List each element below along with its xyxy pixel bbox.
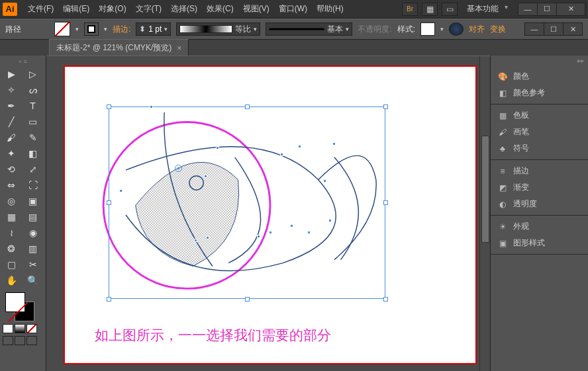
blob-brush-tool[interactable]: ✦ [1,145,21,161]
close-button[interactable]: ✕ [556,3,585,16]
magic-wand-tool[interactable]: ✧ [1,82,21,98]
handle-n[interactable] [245,104,250,109]
anchor-point[interactable] [298,145,301,148]
document-tab[interactable]: 未标题-2* @ 121% (CMYK/预览) × [49,39,189,56]
gradient-mode-button[interactable] [15,324,25,333]
vertical-scrollbar[interactable] [479,56,490,371]
gradient-tool[interactable]: ▤ [23,209,43,225]
handle-ne[interactable] [383,104,388,109]
anchor-point[interactable] [307,231,311,234]
handle-sw[interactable] [107,297,111,302]
handle-se[interactable] [383,297,388,302]
selection-tool[interactable]: ▶ [1,66,21,82]
rectangle-tool[interactable]: ▭ [23,114,43,130]
pencil-tool[interactable]: ✎ [23,130,43,145]
line-tool[interactable]: ╱ [1,114,21,130]
none-mode-button[interactable] [26,324,37,333]
scale-tool[interactable]: ⤢ [23,161,43,177]
menu-select[interactable]: 选择(S) [167,1,201,17]
fill-swatch[interactable] [54,22,70,36]
panel-tab-transparency[interactable]: ◐透明度 [491,196,588,212]
perspective-tool[interactable]: ▣ [23,193,43,209]
panel-tab-symbols[interactable]: ♣符号 [491,140,588,157]
lasso-tool[interactable]: ᔕ [23,82,43,98]
panel-grip-icon[interactable]: « ≡ [1,58,44,66]
arrange-docs-button[interactable]: ▦ [422,3,438,16]
menu-view[interactable]: 视图(V) [239,1,273,17]
anchor-point[interactable] [332,142,336,145]
width-tool[interactable]: ⇔ [1,177,21,193]
panel-tab-swatches[interactable]: ▦色板 [491,107,588,124]
shape-builder-tool[interactable]: ◎ [1,193,21,209]
opacity-label[interactable]: 不透明度: [358,24,391,35]
anchor-point[interactable] [150,105,153,108]
handle-s[interactable] [245,297,250,302]
menu-effect[interactable]: 效果(C) [203,1,238,17]
handle-w[interactable] [107,200,111,205]
menu-file[interactable]: 文件(F) [24,1,58,17]
graphic-style-thumb[interactable] [420,22,435,36]
minimize-button[interactable]: — [518,3,538,16]
screen-mode-button[interactable]: ▭ [442,3,458,16]
anchor-point[interactable] [323,179,326,183]
panel-tab-brushes[interactable]: 🖌画笔 [491,124,588,140]
variable-width-profile[interactable]: 等比▾ [176,22,260,36]
type-tool[interactable]: T [23,98,43,114]
stroke-dropdown-icon[interactable]: ▾ [104,26,107,32]
bridge-button[interactable]: Br [402,3,418,16]
tab-close-icon[interactable]: × [177,44,181,53]
doc-minimize-button[interactable]: — [524,22,544,36]
panel-tab-stroke[interactable]: ≡描边 [491,163,588,179]
eraser-tool[interactable]: ◧ [23,145,43,161]
anchor-point[interactable] [206,236,209,239]
dock-collapse-icon[interactable]: ▸▸ [491,56,588,65]
stroke-label[interactable]: 描边: [113,24,130,35]
doc-maximize-button[interactable]: ☐ [544,22,564,36]
workspace-switcher[interactable]: 基本功能 [462,2,511,16]
anchor-point[interactable] [257,235,260,238]
anchor-point[interactable] [280,153,283,156]
stroke-weight-input[interactable]: ⬍1 pt▾ [136,22,171,36]
stroke-swatch[interactable] [84,22,99,36]
anchor-point[interactable] [328,219,332,222]
anchor-point[interactable] [194,239,197,242]
menu-edit[interactable]: 编辑(E) [59,1,93,17]
panel-tab-graphic-styles[interactable]: ▣图形样式 [491,235,588,251]
color-mode-button[interactable] [3,324,13,333]
fill-dropdown-icon[interactable]: ▾ [75,26,79,32]
eyedropper-tool[interactable]: ≀ [1,225,21,241]
slice-tool[interactable]: ✂ [23,257,43,272]
handle-nw[interactable] [107,104,111,109]
column-graph-tool[interactable]: ▥ [23,241,43,257]
anchor-point[interactable] [119,189,122,192]
recolor-button[interactable] [449,22,464,36]
fill-stroke-control[interactable] [1,292,44,323]
rotate-tool[interactable]: ⟲ [1,161,21,177]
paintbrush-tool[interactable]: 🖌 [1,130,21,145]
anchor-point[interactable] [204,175,207,178]
fill-color-swatch[interactable] [5,292,25,312]
panel-tab-appearance[interactable]: ☀外观 [491,218,588,235]
hand-tool[interactable]: ✋ [1,272,21,288]
style-dropdown-icon[interactable]: ▾ [440,26,444,32]
selection-bounding-box[interactable] [109,106,385,299]
menu-help[interactable]: 帮助(H) [313,1,348,17]
blend-tool[interactable]: ◉ [23,225,43,241]
direct-selection-tool[interactable]: ▷ [23,66,43,82]
anchor-point[interactable] [216,146,219,149]
canvas[interactable]: 如上图所示，一一选择我们需要的部分 [46,56,490,371]
handle-e[interactable] [383,200,388,205]
panel-tab-color-guide[interactable]: ◧颜色参考 [491,85,588,101]
doc-close-button[interactable]: ✕ [563,22,583,36]
free-transform-tool[interactable]: ⛶ [23,177,43,193]
symbol-sprayer-tool[interactable]: ❂ [1,241,21,257]
panel-tab-color[interactable]: 🎨颜色 [491,68,588,85]
maximize-button[interactable]: ☐ [537,3,557,16]
anchor-point[interactable] [290,224,293,227]
artboard-tool[interactable]: ▢ [1,257,21,272]
drawing-mode-behind[interactable] [15,336,25,345]
panel-tab-gradient[interactable]: ◩渐变 [491,179,588,196]
menu-type[interactable]: 文字(T) [132,1,166,17]
menu-object[interactable]: 对象(O) [95,1,130,17]
pen-tool[interactable]: ✒ [1,98,21,114]
